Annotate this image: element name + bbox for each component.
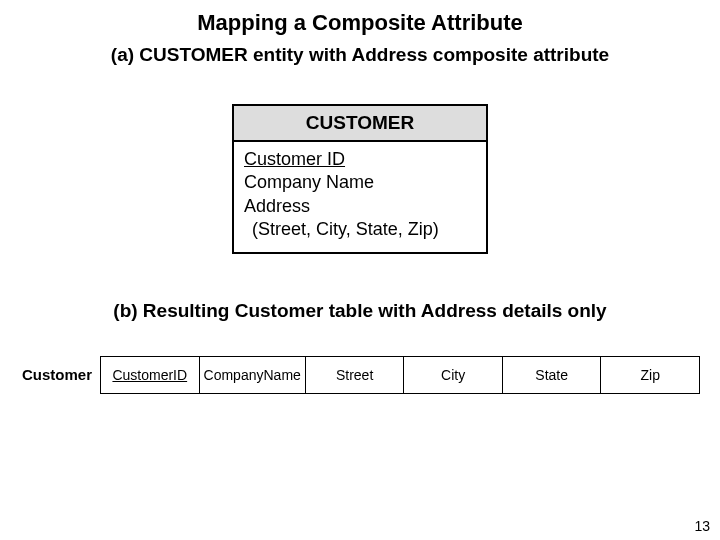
attr-company-name: Company Name xyxy=(244,171,478,194)
entity-header: CUSTOMER xyxy=(234,106,486,142)
col-company-name: CompanyName xyxy=(200,357,306,393)
entity-body: Customer ID Company Name Address (Street… xyxy=(234,142,486,252)
col-city: City xyxy=(404,357,503,393)
relation-table-wrap: Customer CustomerID CompanyName Street C… xyxy=(20,356,700,394)
col-zip: Zip xyxy=(601,357,699,393)
slide: Mapping a Composite Attribute (a) CUSTOM… xyxy=(0,0,720,540)
entity-diagram-wrap: CUSTOMER Customer ID Company Name Addres… xyxy=(20,104,700,254)
page-number: 13 xyxy=(694,518,710,534)
col-street: Street xyxy=(306,357,405,393)
col-customer-id: CustomerID xyxy=(101,357,200,393)
page-title: Mapping a Composite Attribute xyxy=(20,10,700,36)
attr-customer-id: Customer ID xyxy=(244,148,478,171)
attr-address: Address xyxy=(244,195,478,218)
section-b-label: (b) Resulting Customer table with Addres… xyxy=(20,300,700,322)
customer-entity-box: CUSTOMER Customer ID Company Name Addres… xyxy=(232,104,488,254)
section-a-label: (a) CUSTOMER entity with Address composi… xyxy=(20,44,700,66)
col-state: State xyxy=(503,357,602,393)
attr-address-components: (Street, City, State, Zip) xyxy=(244,218,478,241)
relation-table: CustomerID CompanyName Street City State… xyxy=(100,356,700,394)
relation-table-name: Customer xyxy=(22,366,100,383)
